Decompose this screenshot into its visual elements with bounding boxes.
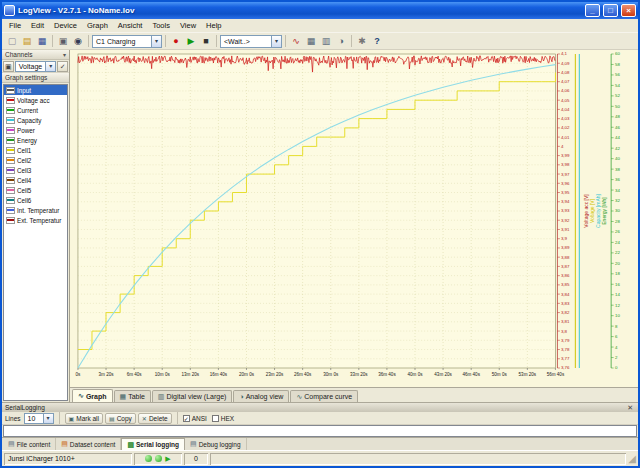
channel-swatch-box: [6, 117, 15, 124]
voltage-tick-label: 4,07: [561, 79, 570, 84]
graph-tab-icon: ∿: [296, 393, 302, 401]
serial-button-copy[interactable]: ▤Copy: [105, 413, 136, 424]
serial-button-mark-all[interactable]: ▣Mark all: [65, 413, 103, 424]
close-button[interactable]: ×: [621, 4, 636, 17]
energy-tick-label: 16: [615, 282, 620, 287]
channel-color-swatch: [7, 89, 14, 91]
title-bar[interactable]: LogView - V2.7.1 - NoName.lov _ □ ×: [2, 2, 638, 19]
channel-item-input[interactable]: Input: [4, 85, 67, 95]
toolbar-separator: [59, 412, 60, 424]
channel-item-cell2[interactable]: Cell2: [4, 155, 67, 165]
graph-tab-icon: ◑: [239, 393, 243, 400]
screenshot-icon[interactable]: ◉: [71, 35, 85, 48]
save-icon[interactable]: ▦: [35, 35, 49, 48]
voltage-tick-label: 4,06: [561, 88, 570, 93]
panel-tab-dataset-content[interactable]: ▤Dataset content: [56, 438, 121, 450]
channel-color-swatch: [7, 149, 14, 151]
stop-icon[interactable]: ■: [199, 35, 213, 48]
channel-item-cell5[interactable]: Cell5: [4, 185, 67, 195]
energy-tick-label: 12: [615, 303, 620, 308]
energy-tick-label: 20: [615, 261, 620, 266]
energy-tick-label: 38: [615, 167, 620, 172]
energy-tick-label: 34: [615, 188, 620, 193]
channel-label: Capacity: [17, 117, 42, 124]
open-file-icon[interactable]: ▤: [20, 35, 34, 48]
voltage-tick-label: 4,03: [561, 116, 570, 121]
copy-icon: ▤: [109, 415, 115, 422]
minimize-button[interactable]: _: [585, 4, 600, 17]
device-state-combo[interactable]: <Wait..>▾: [220, 35, 282, 48]
graph-settings-caption: Graph settings: [2, 73, 69, 83]
menu-ansicht[interactable]: Ansicht: [113, 20, 148, 31]
print-icon[interactable]: ▣: [56, 35, 70, 48]
channel-label: Power: [17, 127, 35, 134]
lines-combo[interactable]: 10 ▾: [24, 413, 54, 424]
channel-item-cell1[interactable]: Cell1: [4, 145, 67, 155]
serial-panel-caption[interactable]: SerialLogging ✕: [2, 402, 638, 412]
x-tick-label: 50m 0s: [492, 372, 508, 377]
channels-sidebar: Channels ▾ ▣ Voltage ▾ ✓ Graph settings …: [2, 50, 70, 402]
channel-item-power[interactable]: Power: [4, 125, 67, 135]
toolbar-separator: [52, 35, 53, 47]
table-view-icon[interactable]: ▦: [304, 35, 318, 48]
panel-tab-file-content[interactable]: ▤File content: [3, 438, 56, 450]
record-icon[interactable]: ●: [169, 35, 183, 48]
panel-tab-debug-logging[interactable]: ▤Debug logging: [185, 438, 247, 450]
channel-label: Energy: [17, 137, 37, 144]
channel-item-current[interactable]: Current: [4, 105, 67, 115]
panel-close-icon[interactable]: ✕: [625, 403, 635, 412]
help-icon[interactable]: ?: [370, 35, 384, 48]
channel-color-swatch: [7, 109, 14, 111]
apply-settings-button[interactable]: ✓: [57, 61, 68, 72]
channels-caption-label: Channels: [5, 50, 32, 60]
channel-item-int-temperatur[interactable]: Int. Temperatur: [4, 205, 67, 215]
serial-toggle-hex[interactable]: HEX: [212, 415, 234, 422]
settings-icon[interactable]: ✱: [355, 35, 369, 48]
chart-svg[interactable]: 0s3m 20s6m 40s10m 0s13m 20s16m 40s20m 0s…: [70, 50, 638, 387]
channel-item-voltage-acc[interactable]: Voltage acc: [4, 95, 67, 105]
visibility-checkbox-icon[interactable]: ▣: [3, 61, 14, 72]
channel-item-cell6[interactable]: Cell6: [4, 195, 67, 205]
panel-tab-serial-logging[interactable]: ▤Serial logging: [121, 438, 185, 450]
menu-file[interactable]: File: [4, 20, 26, 31]
menu-device[interactable]: Device: [49, 20, 82, 31]
device-name-cell: Junsi iCharger 1010+: [4, 453, 132, 465]
graph-tab-analog-view[interactable]: ◑Analog view: [233, 390, 289, 402]
maximize-button[interactable]: □: [603, 4, 618, 17]
voltage-tick-label: 4,1: [561, 51, 568, 56]
serial-button-delete[interactable]: ✕Delete: [138, 413, 172, 424]
graph-channel-combo[interactable]: Voltage ▾: [15, 61, 56, 72]
channels-combo[interactable]: C1 Charging▾: [92, 35, 162, 48]
energy-tick-label: 50: [615, 104, 620, 109]
serial-log-output[interactable]: [3, 425, 637, 437]
toolbar-separator: [216, 35, 217, 47]
menu-tools[interactable]: Tools: [147, 20, 175, 31]
toolbar-separator: [165, 35, 166, 47]
channel-item-cell3[interactable]: Cell3: [4, 165, 67, 175]
graph-tab-compare-curve[interactable]: ∿Compare curve: [290, 390, 358, 402]
channel-item-ext-temperatur[interactable]: Ext. Temperatur: [4, 215, 67, 225]
window-title: LogView - V2.7.1 - NoName.lov: [18, 6, 582, 15]
menu-graph[interactable]: Graph: [82, 20, 113, 31]
chevron-down-icon[interactable]: ▾: [63, 50, 66, 60]
graph-tab-table[interactable]: ▦Table: [114, 390, 151, 402]
x-tick-label: 23m 20s: [266, 372, 284, 377]
menu-help[interactable]: Help: [201, 20, 226, 31]
channel-item-cell4[interactable]: Cell4: [4, 175, 67, 185]
menu-edit[interactable]: Edit: [26, 20, 49, 31]
graph-view-icon[interactable]: ∿: [289, 35, 303, 48]
graph-tab-digital-view-large[interactable]: ▥Digital view (Large): [152, 390, 233, 402]
graph-tab-graph[interactable]: ∿Graph: [72, 389, 113, 402]
new-file-icon[interactable]: ▢: [5, 35, 19, 48]
resize-grip[interactable]: ◢: [628, 453, 636, 465]
graph-tab-label: Table: [128, 393, 145, 400]
channel-label: Cell3: [17, 167, 31, 174]
serial-toggle-ansi[interactable]: ✓ANSI: [183, 415, 207, 422]
play-icon[interactable]: ▶: [184, 35, 198, 48]
digital-view-icon[interactable]: ▥: [319, 35, 333, 48]
analog-view-icon[interactable]: ◑: [334, 35, 348, 48]
menu-view[interactable]: View: [175, 20, 201, 31]
chevron-down-icon: ▾: [151, 36, 161, 47]
channel-item-energy[interactable]: Energy: [4, 135, 67, 145]
channel-item-capacity[interactable]: Capacity: [4, 115, 67, 125]
